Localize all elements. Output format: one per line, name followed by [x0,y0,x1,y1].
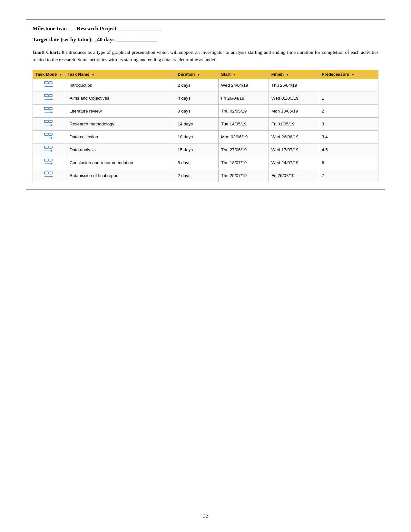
task-mode-cell [33,117,65,130]
task-mode-icon [44,172,53,179]
predecessors-cell [319,79,378,92]
start-cell: Thu 27/06/19 [218,143,269,156]
table-header-row: Task Mode ▼ Task Name ▼ Duration ▼ Start… [33,70,378,79]
duration-cell: 2 days [175,169,219,182]
predecessors-dropdown-arrow[interactable]: ▼ [351,73,355,76]
task-name-cell: Introduction [65,79,175,92]
content-box: Milestone two: ___Research Project _____… [26,19,385,190]
svg-rect-0 [44,82,48,84]
task-name-cell: Submission of final report [65,169,175,182]
svg-rect-28 [44,172,48,174]
col-header-predecessors[interactable]: Predecessors ▼ [319,70,378,79]
task-name-cell: Data collection [65,130,175,143]
svg-marker-23 [51,150,53,152]
gantt-para-text: It introduces as a type of graphical pre… [33,50,378,62]
finish-cell: Wed 17/07/19 [269,143,319,156]
task-mode-icon [44,107,53,114]
table-row: Conclusion and recommendation5 daysThu 1… [33,156,378,169]
task-name-dropdown-arrow[interactable]: ▼ [92,73,95,76]
task-mode-cell [33,130,65,143]
svg-rect-16 [44,133,48,135]
gantt-table: Task Mode ▼ Task Name ▼ Duration ▼ Start… [33,70,378,182]
svg-marker-11 [51,111,53,113]
start-cell: Thu 25/07/19 [218,169,269,182]
predecessors-cell: 6 [319,156,378,169]
duration-cell: 15 days [175,143,219,156]
finish-cell: Wed 26/06/19 [269,130,319,143]
finish-cell: Wed 24/07/19 [269,156,319,169]
col-header-finish[interactable]: Finish ▼ [269,70,319,79]
milestone-line: Milestone two: ___Research Project _____… [33,25,378,32]
task-name-cell: Data analysis [65,143,175,156]
task-mode-icon [44,146,53,153]
svg-marker-31 [51,176,53,178]
task-name-cell: Literature review [65,104,175,117]
task-mode-icon [44,120,53,127]
predecessors-cell: 4,5 [319,143,378,156]
start-cell: Wed 24/04/19 [218,79,269,92]
svg-rect-20 [44,146,48,148]
svg-rect-8 [44,107,48,110]
gantt-bold-label: Gantt Chart: [33,50,60,55]
table-row: Data analysis15 daysThu 27/06/19Wed 17/0… [33,143,378,156]
predecessors-cell: 2 [319,104,378,117]
svg-rect-5 [49,94,52,97]
task-mode-icon [44,81,53,88]
svg-rect-9 [49,107,52,110]
table-row: Literature review8 daysThu 02/05/19Mon 1… [33,104,378,117]
col-header-task-name[interactable]: Task Name ▼ [65,70,175,79]
start-cell: Thu 18/07/19 [218,156,269,169]
predecessors-cell: 3,4 [319,130,378,143]
task-mode-icon [44,133,53,140]
start-cell: Mon 03/06/19 [218,130,269,143]
table-row: Introduction2 daysWed 24/04/19Thu 25/04/… [33,79,378,92]
svg-rect-24 [44,159,48,161]
finish-dropdown-arrow[interactable]: ▼ [286,73,289,76]
duration-cell: 14 days [175,117,219,130]
task-mode-icon [44,94,53,101]
predecessors-cell: 7 [319,169,378,182]
table-row: Submission of final report2 daysThu 25/0… [33,169,378,182]
svg-rect-21 [49,146,52,148]
svg-marker-15 [51,124,53,126]
start-cell: Fri 26/04/19 [218,92,269,104]
duration-cell: 18 days [175,130,219,143]
duration-cell: 8 days [175,104,219,117]
task-mode-cell [33,79,65,92]
task-mode-cell [33,104,65,117]
col-header-task-mode[interactable]: Task Mode ▼ [33,70,65,79]
start-cell: Thu 02/05/19 [218,104,269,117]
finish-cell: Mon 13/05/19 [269,104,319,117]
svg-rect-4 [44,94,48,97]
task-name-cell: Conclusion and recommendation [65,156,175,169]
task-name-cell: Aims and Objectives [65,92,175,104]
start-cell: Tue 14/05/19 [218,117,269,130]
target-line: Target date (set by tutor): _40 days ___… [33,36,378,43]
finish-cell: Thu 25/04/19 [269,79,319,92]
finish-cell: Fri 26/07/19 [269,169,319,182]
col-header-start[interactable]: Start ▼ [218,70,269,79]
svg-marker-19 [51,137,53,139]
page-number: 32 [203,514,208,519]
svg-rect-12 [44,120,48,123]
predecessors-cell: 1 [319,92,378,104]
task-mode-cell [33,143,65,156]
svg-marker-3 [51,85,53,87]
page: Milestone two: ___Research Project _____… [0,0,411,532]
col-header-duration[interactable]: Duration ▼ [175,70,219,79]
task-mode-cell [33,92,65,104]
svg-rect-17 [49,133,52,135]
svg-rect-1 [49,82,52,84]
svg-rect-13 [49,120,52,123]
svg-rect-29 [49,172,52,174]
duration-dropdown-arrow[interactable]: ▼ [197,73,200,76]
start-dropdown-arrow[interactable]: ▼ [233,73,236,76]
gantt-paragraph: Gantt Chart: It introduces as a type of … [33,49,378,64]
duration-cell: 2 days [175,79,219,92]
finish-cell: Wed 01/05/19 [269,92,319,104]
svg-marker-27 [51,163,53,165]
task-mode-dropdown-arrow[interactable]: ▼ [59,73,62,76]
table-row: Data collection18 daysMon 03/06/19Wed 26… [33,130,378,143]
task-name-cell: Research methodology [65,117,175,130]
table-row: Aims and Objectives4 daysFri 26/04/19Wed… [33,92,378,104]
